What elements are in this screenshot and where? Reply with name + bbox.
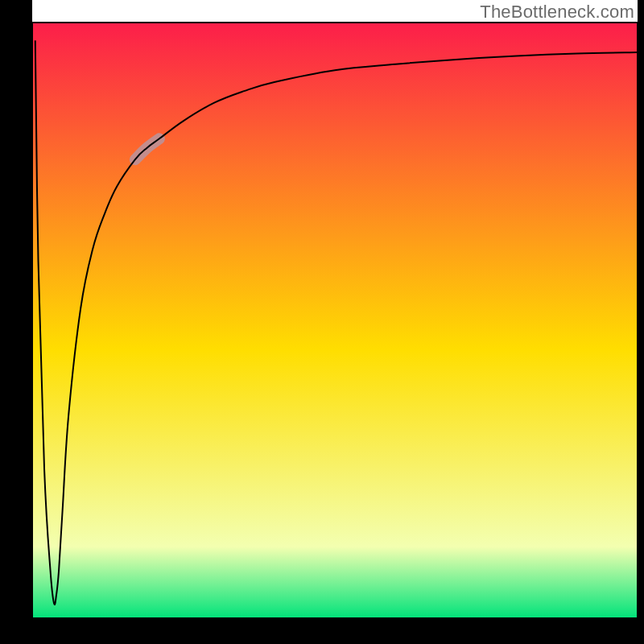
left-margin	[0, 0, 32, 644]
chart-frame: TheBottleneck.com	[0, 0, 644, 644]
right-margin	[638, 0, 644, 644]
bottom-margin	[0, 618, 644, 644]
plot-background	[32, 23, 638, 618]
watermark-text: TheBottleneck.com	[480, 2, 634, 23]
chart-svg	[0, 0, 644, 644]
